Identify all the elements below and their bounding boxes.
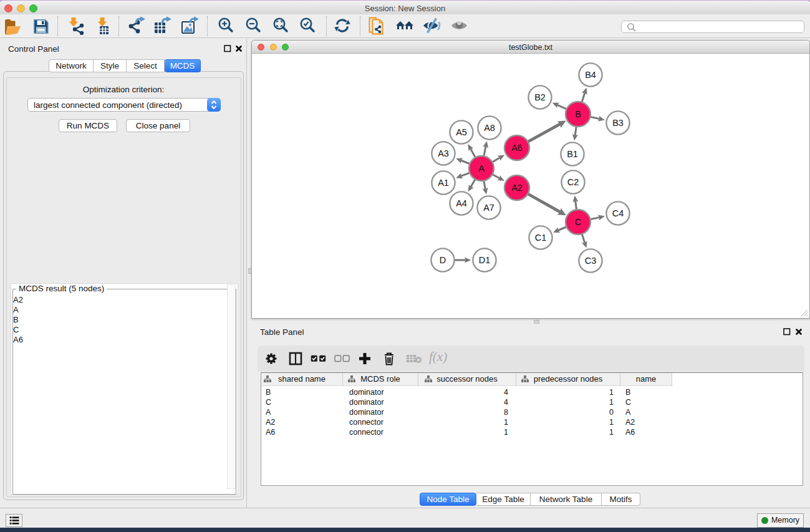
- svg-text:A1: A1: [438, 178, 449, 188]
- svg-text:A2: A2: [511, 183, 523, 193]
- svg-text:A7: A7: [483, 203, 494, 213]
- svg-text:A4: A4: [456, 198, 467, 208]
- svg-text:D: D: [440, 255, 446, 265]
- svg-text:A3: A3: [438, 148, 449, 158]
- svg-text:B: B: [575, 109, 581, 119]
- svg-text:A8: A8: [484, 123, 495, 133]
- svg-text:A6: A6: [511, 143, 523, 153]
- svg-text:C4: C4: [612, 208, 624, 218]
- svg-text:D1: D1: [479, 255, 491, 265]
- svg-text:C1: C1: [535, 233, 547, 243]
- svg-text:C2: C2: [567, 177, 579, 187]
- svg-text:B4: B4: [585, 70, 596, 80]
- svg-text:C: C: [575, 217, 581, 227]
- svg-text:B3: B3: [612, 118, 624, 128]
- svg-text:C3: C3: [585, 256, 597, 266]
- svg-text:B2: B2: [534, 92, 546, 102]
- svg-text:A5: A5: [456, 127, 467, 137]
- svg-text:B1: B1: [567, 149, 578, 159]
- svg-text:A: A: [478, 163, 485, 173]
